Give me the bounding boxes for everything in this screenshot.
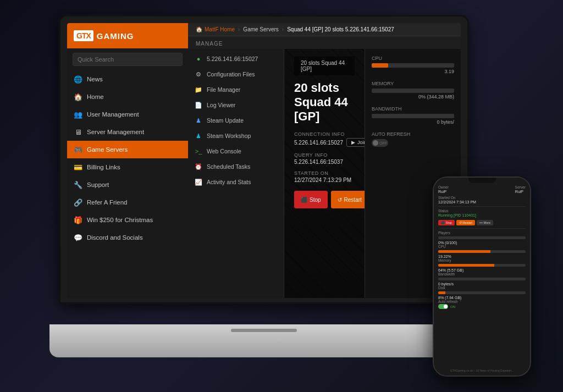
breadcrumb-game-servers[interactable]: Game Servers	[243, 26, 278, 32]
laptop-base	[49, 324, 478, 357]
phone-toggle-row: ON	[438, 304, 526, 309]
connection-info-label: Connection Info	[294, 131, 365, 137]
auto-refresh-toggle[interactable]: OFF	[372, 139, 388, 147]
sidebar-item-label: User Management	[87, 111, 139, 118]
menu-item-web-console[interactable]: >_ Web Console	[188, 143, 284, 159]
cpu-bar-bg	[372, 63, 454, 68]
phone-action-buttons: ⬛ Stop ↺ Restart ••• More	[438, 220, 526, 225]
sidebar-item-win[interactable]: 🎁 Win $250 for Christmas	[67, 211, 188, 229]
sidebar-item-news[interactable]: 🌐 News	[67, 70, 188, 88]
cpu-stat: CPU 3.19	[372, 56, 454, 74]
sidebar-item-refer[interactable]: 🔗 Refer A Friend	[67, 194, 188, 211]
sidebar-item-server-management[interactable]: 🖥 Server Management	[67, 123, 188, 141]
connection-row: 5.226.141.66:15027 ▶ Join	[294, 138, 365, 147]
logo-text: GAMING	[97, 31, 134, 41]
sidebar-item-label: Game Servers	[87, 146, 128, 153]
laptop-screen: GTX GAMING 🌐 News 🏠	[67, 23, 461, 298]
sidebar-item-billing[interactable]: 💳 Billing Links	[67, 158, 188, 176]
gamepad-icon: 🎮	[74, 145, 82, 154]
phone-server-label: Server	[515, 185, 526, 189]
sidebar-item-home[interactable]: 🏠 Home	[67, 88, 188, 106]
started-info-block: Started On 12/27/2024 7:13:29 PM	[294, 170, 365, 183]
memory-bar-bg	[372, 89, 454, 93]
query-label: Query Info	[294, 152, 365, 158]
query-value: 5.226.141.66:15037	[294, 159, 365, 165]
menu-item-scheduled-tasks[interactable]: ⏰ Scheduled Tasks	[188, 159, 284, 174]
phone-auto-refresh-block: Auto refresh ON	[438, 300, 526, 309]
sidebar-item-label: Billing Links	[87, 164, 120, 170]
phone: Owner RuiP Server RuiP Started On 12/2/2…	[434, 178, 530, 376]
sidebar-item-game-servers[interactable]: 🎮 Game Servers	[67, 141, 188, 158]
users-icon: 👥	[74, 110, 82, 119]
phone-players-value: 0% (0/100)	[438, 241, 526, 245]
menu-item-label: File Manager	[207, 86, 240, 93]
phone-players-block: Players 0% (0/100)	[438, 231, 526, 245]
sidebar-item-label: News	[87, 76, 103, 82]
phone-owner-row: Owner RuiP Server RuiP	[438, 185, 526, 194]
bandwidth-stat: Bandwidth 0 bytes/	[372, 106, 454, 125]
content-layout: ● 5.226.141.66:15027 ⚙ Configuration Fil…	[188, 49, 461, 298]
sidebar-item-label: Support	[87, 181, 109, 188]
phone-stop-button[interactable]: ⬛ Stop	[438, 220, 455, 225]
steam-workshop-icon: ♟	[195, 132, 202, 140]
doc-icon: 📄	[195, 101, 202, 109]
green-dot-icon: ●	[195, 55, 202, 63]
menu-item-logs[interactable]: 📄 Log Viewer	[188, 97, 284, 113]
phone-players-label: Players	[438, 231, 526, 235]
phone-status-block: Status Running [PID 110401]	[438, 209, 526, 217]
search-input[interactable]	[73, 53, 183, 66]
memory-label: Memory	[372, 81, 454, 86]
menu-item-ip[interactable]: ● 5.226.141.66:15027	[188, 51, 284, 67]
monitor-icon: 🖥	[74, 128, 82, 136]
phone-cpu-bar	[438, 250, 526, 253]
phone-server-value: RuiP	[515, 190, 526, 194]
sidebar-item-support[interactable]: 🔧 Support	[67, 176, 188, 194]
menu-item-label: Log Viewer	[207, 102, 235, 108]
phone-auto-refresh-label: Auto refresh	[438, 300, 526, 303]
auto-refresh: Auto refresh OFF	[372, 131, 454, 147]
sidebar-search-container	[67, 48, 188, 70]
breadcrumb-current: Squad 44 [GP] 20 slots 5.226.141.66:1502…	[287, 26, 394, 32]
connection-info-block: Connection Info 5.226.141.66:15027 ▶ Joi…	[294, 131, 365, 147]
menu-item-files[interactable]: 📁 File Manager	[188, 82, 284, 97]
phone-cpu-block: CPU 19.22%	[438, 245, 526, 258]
menu-item-steam-update[interactable]: ♟ Steam Update	[188, 113, 284, 128]
server-title: 20 slots Squad 44 [GP]	[294, 81, 355, 124]
phone-owner-value: RuiP	[438, 190, 449, 194]
restart-button[interactable]: ↺ Restart	[331, 191, 365, 208]
phone-divider-2	[438, 228, 526, 229]
server-detail: 20 slots Squad 44 [GP] 20 slots Squad 44…	[284, 49, 365, 298]
menu-item-label: Steam Update	[207, 117, 244, 124]
phone-memory-value: 64% (5.57 GB)	[438, 268, 526, 272]
stop-button[interactable]: ⬛ Stop	[294, 191, 328, 208]
restart-icon: ↺	[338, 197, 342, 203]
started-label: Started On	[294, 170, 365, 176]
logo-abbr: GTX	[74, 30, 93, 41]
home-icon: 🏠	[74, 92, 82, 101]
join-button[interactable]: ▶ Join	[346, 138, 365, 147]
menu-item-label: 5.226.141.66:15027	[207, 56, 258, 62]
phone-toggle-on-text: ON	[450, 305, 455, 308]
menu-item-steam-workshop[interactable]: ♟ Steam Workshop	[188, 128, 284, 143]
sidebar-item-discord[interactable]: 💬 Discord and Socials	[67, 229, 188, 246]
phone-cpu-label: CPU	[438, 245, 526, 249]
chat-icon: 💬	[74, 233, 82, 242]
sidebar-item-label: Discord and Socials	[87, 234, 143, 241]
phone-disk-bar	[438, 291, 526, 294]
chart-icon: 📈	[195, 178, 202, 186]
sidebar-item-user-management[interactable]: 👥 User Management	[67, 106, 188, 123]
menu-item-config[interactable]: ⚙ Configuration Files	[188, 67, 284, 82]
action-buttons: ⬛ Stop ↺ Restart ••• More	[294, 191, 355, 208]
query-info-block: Query Info 5.226.141.66:15037	[294, 152, 365, 165]
phone-restart-button[interactable]: ↺ Restart	[456, 220, 475, 225]
phone-status-value: Running [PID 110401]	[438, 213, 526, 217]
phone-auto-refresh-toggle[interactable]	[438, 304, 448, 309]
wrench-icon: 🔧	[74, 180, 82, 189]
server-header: 20 slots Squad 44 [GP]	[294, 57, 355, 75]
sidebar: GTX GAMING 🌐 News 🏠	[67, 23, 188, 298]
menu-item-activity[interactable]: 📈 Activity and Stats	[188, 174, 284, 190]
terminal-icon: >_	[195, 147, 202, 155]
phone-memory-block: Memory 64% (5.57 GB)	[438, 258, 526, 272]
sliders-icon: ⚙	[195, 70, 202, 78]
phone-more-button[interactable]: ••• More	[477, 220, 493, 225]
